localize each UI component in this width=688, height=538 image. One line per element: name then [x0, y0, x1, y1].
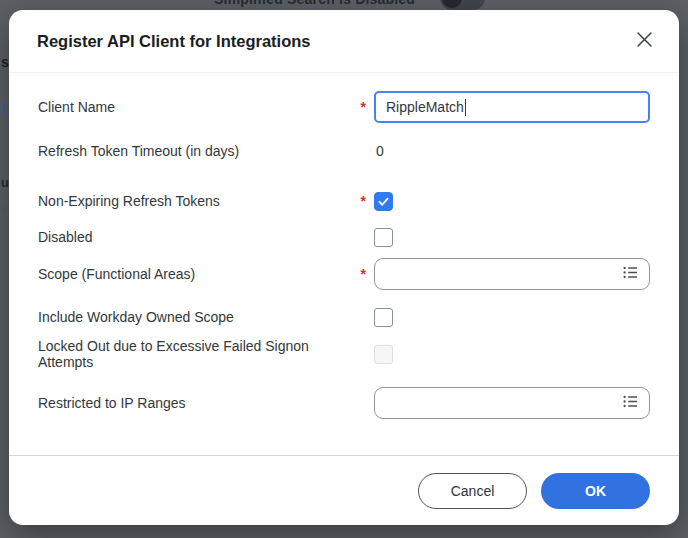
checkmark-icon — [377, 195, 390, 208]
ok-button[interactable]: OK — [541, 473, 650, 509]
field-row-refresh-token-timeout: Refresh Token Timeout (in days) 0 — [38, 141, 650, 161]
required-asterisk: * — [350, 99, 366, 115]
dialog-body: Client Name * RippleMatch Refresh Token … — [9, 73, 679, 455]
prompt-list-icon — [622, 393, 639, 414]
scope-label: Scope (Functional Areas) — [38, 266, 350, 282]
refresh-token-timeout-value: 0 — [374, 143, 384, 159]
disabled-label: Disabled — [38, 229, 350, 245]
backdrop-partial-text: u — [1, 175, 9, 190]
field-row-locked-out: Locked Out due to Excessive Failed Signo… — [38, 344, 650, 364]
backdrop-partial-text: v — [1, 202, 7, 216]
close-button[interactable] — [630, 27, 658, 55]
backdrop-partial-text: s — [1, 54, 9, 70]
field-row-non-expiring-refresh-tokens: Non-Expiring Refresh Tokens * — [38, 191, 650, 211]
toggle-knob — [442, 0, 462, 8]
non-expiring-refresh-tokens-checkbox[interactable] — [374, 192, 393, 211]
screen: Simplified Search is Disabled s r u v Re… — [0, 0, 688, 538]
field-row-restricted-ip-ranges: Restricted to IP Ranges — [38, 387, 650, 419]
non-expiring-refresh-tokens-label: Non-Expiring Refresh Tokens — [38, 193, 350, 209]
register-api-client-dialog: Register API Client for Integrations Cli… — [9, 10, 679, 525]
restricted-ip-ranges-label: Restricted to IP Ranges — [38, 395, 350, 411]
required-asterisk: * — [350, 266, 366, 282]
dialog-footer: Cancel OK — [9, 455, 679, 525]
client-name-label: Client Name — [38, 99, 350, 115]
field-row-disabled: Disabled — [38, 227, 650, 247]
prompt-list-icon — [622, 264, 639, 285]
disabled-checkbox[interactable] — [374, 228, 393, 247]
dialog-title: Register API Client for Integrations — [37, 32, 630, 51]
include-workday-owned-scope-checkbox[interactable] — [374, 308, 393, 327]
field-row-scope: Scope (Functional Areas) * — [38, 258, 650, 290]
simplified-search-toggle[interactable] — [440, 0, 485, 10]
cancel-button[interactable]: Cancel — [418, 473, 527, 509]
refresh-token-timeout-label: Refresh Token Timeout (in days) — [38, 143, 350, 159]
text-caret — [465, 99, 466, 116]
scope-prompt-input[interactable] — [374, 258, 650, 290]
backdrop-partial-link: r — [1, 98, 6, 114]
field-row-include-workday-owned-scope: Include Workday Owned Scope — [38, 307, 650, 327]
close-icon — [636, 31, 653, 51]
client-name-value: RippleMatch — [386, 99, 464, 115]
locked-out-checkbox — [374, 345, 393, 364]
locked-out-label: Locked Out due to Excessive Failed Signo… — [38, 338, 350, 370]
client-name-input[interactable]: RippleMatch — [374, 91, 650, 123]
include-workday-owned-scope-label: Include Workday Owned Scope — [38, 309, 350, 325]
dialog-header: Register API Client for Integrations — [9, 10, 679, 73]
simplified-search-toggle-label: Simplified Search is Disabled — [214, 0, 415, 7]
required-asterisk: * — [350, 193, 366, 209]
restricted-ip-ranges-prompt-input[interactable] — [374, 387, 650, 419]
field-row-client-name: Client Name * RippleMatch — [38, 91, 650, 123]
